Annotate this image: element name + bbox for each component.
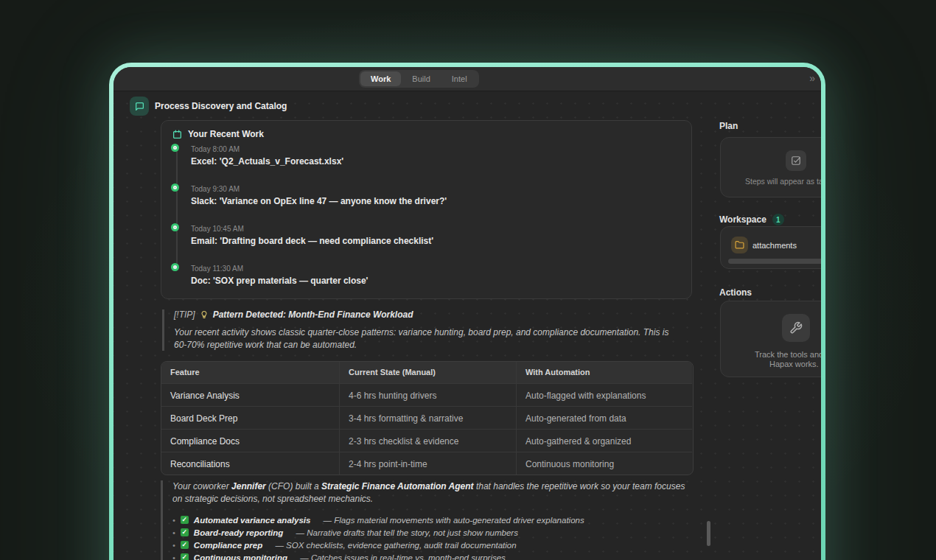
plan-empty-text: Steps will appear as task <box>745 177 821 186</box>
tab-build[interactable]: Build <box>402 71 440 86</box>
timeline-time: Today 11:30 AM <box>191 265 368 273</box>
plan-heading: Plan <box>719 121 738 131</box>
tip-body: Your recent activity shows classic quart… <box>174 326 682 351</box>
list-item: • ✓ Automated variance analysis — Flags … <box>172 514 685 526</box>
feature-bullets: • ✓ Automated variance analysis — Flags … <box>172 514 685 560</box>
actions-empty-line1: Track the tools and files <box>755 350 821 359</box>
timeline-text: Slack: 'Variance on OpEx line 47 — anyon… <box>191 196 447 206</box>
table-cell: Auto-flagged with explanations <box>516 383 692 406</box>
timeline-dot-blue <box>173 265 177 269</box>
workspace-progress-bar <box>728 259 821 264</box>
actions-card: Track the tools and files Hapax works. <box>720 301 821 377</box>
wrench-icon <box>782 314 810 342</box>
timeline-line <box>176 150 178 270</box>
list-item: • ✓ Compliance prep — SOX checklists, ev… <box>172 539 685 551</box>
bullet-dot: • <box>172 528 175 537</box>
timeline-text: Email: 'Drafting board deck — need compl… <box>191 236 433 246</box>
recent-work-card: Your Recent Work Today 8:00 AM Excel: 'Q… <box>161 120 692 299</box>
check-square-icon: ✓ <box>181 528 189 536</box>
lightbulb-icon <box>200 310 209 319</box>
timeline-text: Doc: 'SOX prep materials — quarter close… <box>191 276 368 286</box>
timeline-dot-green <box>173 186 177 189</box>
timeline-item: Today 8:00 AM Excel: 'Q2_Actuals_v_Forec… <box>191 145 343 167</box>
timeline-item: Today 10:45 AM Email: 'Drafting board de… <box>191 225 433 246</box>
summary-blockquote: Your coworker Jennifer (CFO) built a Str… <box>161 480 685 560</box>
bullet-dot: • <box>172 541 175 550</box>
list-item: • ✓ Continuous monitoring — Catches issu… <box>172 551 685 560</box>
bullet-dot: • <box>172 553 175 560</box>
check-square-icon: ✓ <box>181 541 189 549</box>
bullet-dot: • <box>172 516 175 525</box>
workspace-card: attachments <box>720 226 821 269</box>
table-cell: Continuous monitoring <box>516 452 692 475</box>
timeline-time: Today 9:30 AM <box>191 185 447 193</box>
actions-empty-line2: Hapax works. <box>769 360 819 368</box>
tab-work[interactable]: Work <box>360 71 401 86</box>
table-cell: 4-6 hrs hunting drivers <box>339 383 516 406</box>
window-titlebar: Work Build Intel » <box>113 67 821 91</box>
timeline-dot-green <box>173 225 177 229</box>
tab-intel[interactable]: Intel <box>441 71 478 86</box>
speech-bubble-icon <box>130 97 149 116</box>
actions-heading: Actions <box>719 287 752 298</box>
table-header: Feature <box>161 362 339 383</box>
table-cell: Board Deck Prep <box>161 406 339 429</box>
timeline-item: Today 9:30 AM Slack: 'Variance on OpEx l… <box>191 185 447 206</box>
page-title: Process Discovery and Catalog <box>155 101 287 111</box>
timeline-time: Today 10:45 AM <box>191 225 433 233</box>
attachment-item[interactable]: attachments <box>752 241 797 250</box>
timeline-time: Today 8:00 AM <box>191 145 343 153</box>
chevrons-right-icon[interactable]: » <box>809 73 815 83</box>
tip-blockquote: [!TIP] Pattern Detected: Month-End Finan… <box>162 309 682 351</box>
timeline-dot-green <box>173 146 177 150</box>
check-square-icon: ✓ <box>181 553 189 560</box>
table-cell: Auto-gathered & organized <box>516 429 692 452</box>
summary-paragraph: Your coworker Jennifer (CFO) built a Str… <box>172 480 685 505</box>
list-item: • ✓ Board-ready reporting — Narrative dr… <box>172 526 685 539</box>
tip-prefix: [!TIP] <box>174 309 195 320</box>
table-cell: Compliance Docs <box>161 429 339 452</box>
table-cell: Auto-generated from data <box>516 406 692 429</box>
edit-square-icon <box>786 150 806 171</box>
automation-table: Feature Current State (Manual) With Auto… <box>161 361 694 475</box>
table-cell: Variance Analysis <box>161 383 339 406</box>
tip-title: Pattern Detected: Month-End Finance Work… <box>213 309 413 320</box>
table-header: Current State (Manual) <box>339 362 516 383</box>
app-window: Work Build Intel » Process Discovery and… <box>109 63 825 560</box>
folder-icon <box>731 237 748 253</box>
scrollbar-thumb[interactable] <box>707 521 710 546</box>
table-cell: 2-4 hrs point-in-time <box>339 452 516 475</box>
table-cell: Reconciliations <box>161 452 339 475</box>
table-header: With Automation <box>516 362 692 383</box>
calendar-icon <box>172 130 182 139</box>
workspace-count-badge: 1 <box>772 214 784 225</box>
timeline-text: Excel: 'Q2_Actuals_v_Forecast.xlsx' <box>191 156 343 167</box>
check-square-icon: ✓ <box>181 516 189 524</box>
plan-card: Steps will appear as task <box>720 137 821 197</box>
recent-work-title: Your Recent Work <box>188 129 264 139</box>
main-content: Process Discovery and Catalog Your Recen… <box>113 91 821 560</box>
timeline-item: Today 11:30 AM Doc: 'SOX prep materials … <box>191 265 368 286</box>
workspace-heading: Workspace 1 <box>719 214 784 225</box>
table-cell: 2-3 hrs checklist & evidence <box>339 429 516 452</box>
table-cell: 3-4 hrs formatting & narrative <box>339 406 516 429</box>
mode-tabs: Work Build Intel <box>359 70 479 88</box>
